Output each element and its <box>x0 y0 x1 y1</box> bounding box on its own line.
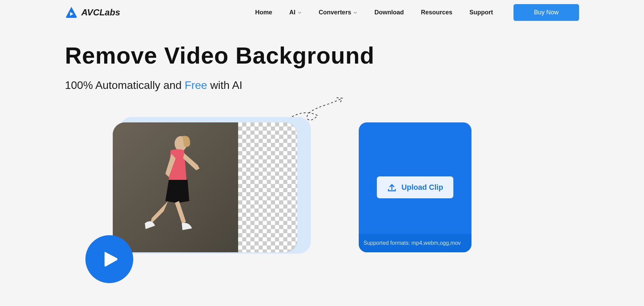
page-title: Remove Video Background <box>65 42 579 69</box>
logo-text: AVCLabs <box>81 7 120 18</box>
page-subtitle: 100% Automatically and Free with AI <box>65 79 579 92</box>
upload-button-label: Upload Clip <box>401 183 443 192</box>
upload-icon <box>387 183 397 192</box>
upload-card[interactable]: Upload Clip Supported formats: mp4,webm,… <box>359 122 471 252</box>
buy-now-button[interactable]: Buy Now <box>513 4 579 21</box>
supported-formats: Supported formats: mp4,webm,ogg,mov <box>359 234 471 252</box>
nav-converters-label: Converters <box>319 9 351 16</box>
nav-support-label: Support <box>469 9 493 16</box>
play-button[interactable] <box>85 235 133 283</box>
nav-support[interactable]: Support <box>469 9 493 16</box>
nav-home-label: Home <box>255 9 272 16</box>
nav-download[interactable]: Download <box>374 9 404 16</box>
preview-card <box>113 122 297 252</box>
preview-transparent <box>238 122 297 252</box>
chevron-down-icon <box>298 11 302 15</box>
nav-resources-label: Resources <box>421 9 452 16</box>
nav-ai-label: AI <box>289 9 296 16</box>
nav-home[interactable]: Home <box>255 9 272 16</box>
play-icon <box>102 250 120 268</box>
nav-ai[interactable]: AI <box>289 9 302 16</box>
nav-converters[interactable]: Converters <box>319 9 357 16</box>
preview-original <box>113 122 238 252</box>
logo-icon <box>65 6 78 19</box>
runner-figure <box>131 129 220 245</box>
subtitle-free: Free <box>184 79 207 91</box>
logo[interactable]: AVCLabs <box>65 6 120 19</box>
chevron-down-icon <box>353 11 357 15</box>
nav-download-label: Download <box>374 9 404 16</box>
subtitle-part-2: with AI <box>207 79 242 91</box>
upload-clip-button[interactable]: Upload Clip <box>377 176 453 198</box>
subtitle-part-1: 100% Automatically and <box>65 79 184 91</box>
nav-resources[interactable]: Resources <box>421 9 452 16</box>
